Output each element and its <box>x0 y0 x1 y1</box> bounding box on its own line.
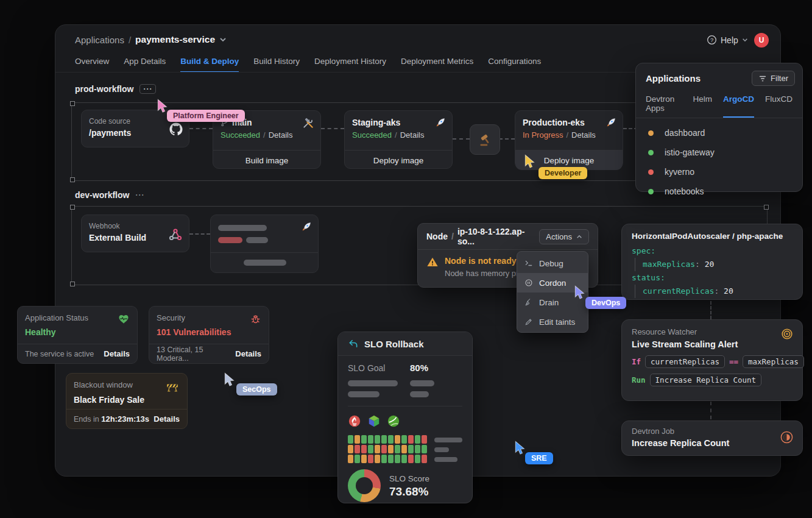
heatmap-cell <box>375 455 380 463</box>
application-status-footer: The service is active <box>25 350 94 358</box>
security-card: Security 101 Vulnerabilities 13 Critical… <box>149 306 269 364</box>
chevron-down-icon[interactable] <box>219 37 227 42</box>
drain-icon <box>524 298 533 307</box>
prod-workflow-more-button[interactable]: ··· <box>139 84 156 94</box>
resource-watcher-panel: Resource Watcher Live Stream Scaling Ale… <box>621 319 803 401</box>
github-icon <box>169 122 183 136</box>
node-warning-detail: Node has memory pre <box>445 269 523 278</box>
filter-button[interactable]: Filter <box>752 71 795 86</box>
resize-handle[interactable] <box>70 282 75 286</box>
details-link[interactable]: Details <box>235 349 261 358</box>
blackout-countdown: 12h:23m:13s <box>101 414 149 424</box>
heatmap-cell <box>355 445 360 453</box>
heatmap-cell <box>361 435 367 444</box>
tab-deployment-history[interactable]: Deployment History <box>314 57 386 73</box>
tab-overview[interactable]: Overview <box>75 57 109 73</box>
pipeline-connector <box>321 128 344 129</box>
cursor-secops <box>223 372 235 387</box>
avatar[interactable]: U <box>754 33 769 48</box>
devtron-job-label: Devtron Job <box>632 427 729 436</box>
terminal-icon <box>524 259 533 268</box>
heatmap-cell <box>375 445 380 453</box>
tab-configurations[interactable]: Configurations <box>488 57 541 73</box>
pipeline-connector <box>189 128 213 129</box>
heatmap-cell <box>408 445 414 453</box>
approval-gate[interactable] <box>470 124 500 155</box>
resize-handle[interactable] <box>70 101 75 106</box>
slo-score-label: SLO Score <box>389 474 429 483</box>
filter-label: Filter <box>771 74 788 83</box>
prod-workflow-header: prod-workflow ··· <box>75 84 156 94</box>
skeleton-bar <box>348 380 398 386</box>
list-item-istio-gateway[interactable]: istio-gateway <box>648 143 793 162</box>
filter-icon <box>758 75 767 82</box>
details-link[interactable]: Details <box>269 130 293 140</box>
stage-status: Succeeded <box>221 130 260 140</box>
job-progress-icon <box>780 430 794 444</box>
prometheus-icon <box>348 414 361 428</box>
resize-handle[interactable] <box>764 205 769 210</box>
actions-button[interactable]: Actions <box>539 229 589 244</box>
resize-handle[interactable] <box>70 177 75 182</box>
tab-build-deploy[interactable]: Build & Deploy <box>180 57 239 73</box>
applications-panel-title: Applications <box>646 73 701 83</box>
stage-status: In Progress <box>523 130 563 140</box>
tab-deployment-metrics[interactable]: Deployment Metrics <box>401 57 473 73</box>
app-item-name: istio-gateway <box>665 147 715 157</box>
webhook-icon <box>168 227 183 242</box>
app-name: payments-service <box>135 34 215 45</box>
resource-watcher-title: Live Stream Scaling Alert <box>632 339 738 349</box>
role-badge-secops: SecOps <box>236 383 277 396</box>
role-badge-platform-engineer: Platform Engineer <box>167 110 245 122</box>
heatmap-cell <box>388 455 394 463</box>
role-badge-devops: DevOps <box>585 297 626 309</box>
heatmap-cell <box>401 445 407 453</box>
heatmap-cell <box>422 445 427 453</box>
tab-build-history[interactable]: Build History <box>253 57 300 73</box>
dev-workflow-more-button[interactable]: ··· <box>135 191 144 199</box>
deploy-image-action[interactable]: Deploy image <box>345 150 452 170</box>
yaml-key: currentReplicas <box>643 286 714 296</box>
staging-stage-card[interactable]: Staging-aks Succeeded / Details Deploy i… <box>344 110 453 169</box>
details-link[interactable]: Details <box>400 130 425 140</box>
menu-item-label: Debug <box>539 259 563 268</box>
action-label: Deploy image <box>373 156 424 165</box>
heatmap-cell <box>348 435 353 444</box>
heatmap-cell <box>408 435 414 444</box>
run-action-chip: Increase Replica Count <box>650 374 762 386</box>
devtron-job-title: Increase Replica Count <box>632 438 729 448</box>
details-link[interactable]: Details <box>571 130 596 140</box>
yaml-colon: : <box>714 286 719 296</box>
breadcrumb-root[interactable]: Applications <box>75 35 124 45</box>
list-item-kyverno[interactable]: kyverno <box>648 162 793 182</box>
list-item-notebooks[interactable]: notebooks <box>648 182 793 201</box>
action-label: Build image <box>245 156 289 165</box>
menu-item-debug[interactable]: Debug <box>517 254 588 273</box>
menu-item-edit-taints[interactable]: Edit taints <box>517 312 588 332</box>
resize-handle[interactable] <box>70 205 75 210</box>
tab-app-details[interactable]: App Details <box>124 57 166 73</box>
yaml-value: 20 <box>705 260 715 269</box>
webhook-card[interactable]: Webhook External Build <box>81 215 189 252</box>
heatmap-cell <box>355 435 360 444</box>
hpa-yaml-panel: HorizontalPodAutoscaler / php-apache spe… <box>621 224 803 300</box>
build-image-action[interactable]: Build image <box>213 150 320 170</box>
skeleton-bar <box>218 237 242 243</box>
status-separator: / <box>395 130 397 140</box>
status-separator: / <box>263 130 266 140</box>
help-menu[interactable]: ? Help <box>707 35 748 45</box>
hpa-title: HorizontalPodAutoscaler / php-apache <box>622 224 802 241</box>
details-link[interactable]: Details <box>154 414 180 424</box>
blackout-value: Black Friday Sale <box>66 394 187 405</box>
details-link[interactable]: Details <box>104 349 130 358</box>
code-source-repo: /payments <box>89 128 182 138</box>
warning-icon <box>426 256 439 268</box>
tab-devtron-apps[interactable]: Devtron Apps <box>646 94 682 118</box>
list-item-dashboard[interactable]: dashboard <box>648 123 793 143</box>
yaml-line: status: <box>632 271 793 285</box>
tab-fluxcd[interactable]: FluxCD <box>765 94 793 118</box>
tab-helm[interactable]: Helm <box>693 94 712 118</box>
status-dot <box>648 169 654 175</box>
tab-argocd[interactable]: ArgoCD <box>723 94 754 118</box>
rocket-icon <box>434 117 446 129</box>
